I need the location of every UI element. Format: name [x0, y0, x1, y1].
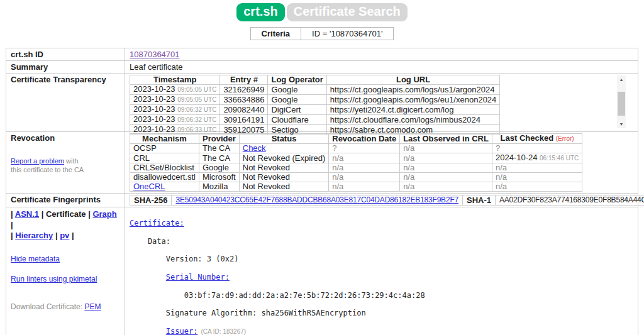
ct-log-row: 2023-10-23 09:05:05 UTC 321626949 Google…: [130, 85, 500, 95]
certificate-detail-table: crt.sh ID 10870364701 Summary Leaf certi…: [6, 48, 638, 335]
revocation-header-last-checked: Last Checked (Error): [492, 134, 582, 144]
scroll-up-icon[interactable]: ▲: [617, 75, 626, 84]
ct-timestamp: 2023-10-23 09:06:33 UTC: [130, 125, 220, 135]
ct-log-table: Timestamp Entry # Log Operator Log URL 2…: [130, 75, 500, 135]
status-cell: Check: [239, 144, 329, 153]
summary-label: Summary: [6, 61, 125, 74]
fingerprints-row: Certificate Fingerprints SHA-256 3E50943…: [6, 194, 638, 207]
last-observed-cell: n/a: [400, 173, 492, 182]
sha1-label: SHA-1: [463, 195, 496, 206]
crtsh-logo[interactable]: crt.sh: [236, 3, 284, 21]
mechanism-cell: CRLSet/Blocklist: [130, 163, 199, 173]
sha1-value: AA02DF30F823A774168309E0F8B584A44C4171FA: [496, 195, 644, 206]
last-checked-cell: ?: [492, 144, 582, 153]
last-checked-cell: n/a: [492, 173, 582, 182]
ct-log-operator: Google: [268, 85, 326, 95]
error-note: (Error): [556, 135, 574, 142]
ct-entry-number: 359120075: [220, 125, 268, 135]
revocation-date-cell: n/a: [329, 173, 400, 182]
revocation-row: Revocation Report a problem with this ce…: [6, 132, 638, 194]
cert-line: Serial Number:: [130, 273, 633, 282]
ct-log-row: 2023-10-23 09:06:33 UTC 359120075 Sectig…: [130, 125, 500, 135]
mechanism-cell: disallowedcert.stl: [130, 173, 199, 182]
sha256-link[interactable]: 3E50943A040423CC65E42F7688BADDCBB68A03E8…: [175, 195, 458, 204]
ct-timestamp: 2023-10-23 09:05:05 UTC: [130, 95, 220, 105]
ct-log-url: https://ct.googleapis.com/logs/eu1/xenon…: [326, 95, 500, 105]
last-observed-cell: n/a: [400, 163, 492, 173]
provider-cell: Google: [199, 163, 240, 173]
ct-log-url: https://ct.googleapis.com/logs/us1/argon…: [326, 85, 500, 95]
status-cell: Not Revoked: [239, 173, 329, 182]
revocation-entry-row: OCSP The CA Check ? n/a ?: [130, 144, 582, 153]
tab-pv[interactable]: pv: [60, 231, 69, 240]
tab-graph[interactable]: Graph: [92, 209, 116, 219]
download-pem-link[interactable]: PEM: [84, 302, 101, 311]
ct-entry-number: 336634886: [220, 95, 268, 105]
report-problem-text: Report a problem with this certificate t…: [11, 157, 120, 174]
revocation-date-cell: ?: [329, 144, 400, 153]
revocation-table: Mechanism Provider Status Revocation Dat…: [130, 133, 582, 192]
mechanism-cell: OneCRL: [130, 182, 199, 192]
tab-asn1[interactable]: ASN.1: [15, 209, 39, 219]
header: crt.shCertificate Search: [0, 0, 644, 21]
revocation-entry-row: CRLSet/Blocklist Google Not Revoked n/a …: [130, 163, 582, 173]
last-checked-cell: n/a: [492, 182, 582, 192]
last-checked-cell: 2024-10-24 06:15:46 UTC: [492, 153, 582, 163]
criteria-table: Criteria ID = '10870364701': [250, 27, 394, 40]
crtsh-id-link[interactable]: 10870364701: [130, 50, 180, 59]
cert-line: Signature Algorithm: sha256WithRSAEncryp…: [130, 309, 633, 317]
last-checked-cell: n/a: [492, 163, 582, 173]
revocation-date-cell: n/a: [329, 153, 400, 163]
revocation-label: Revocation: [11, 133, 120, 143]
certificate-text: Certificate: Data: Version: 3 (0x2) Seri…: [130, 209, 633, 335]
cert-line: Data:: [130, 237, 633, 246]
hide-metadata-link[interactable]: Hide metadata: [11, 255, 60, 263]
criteria-label: Criteria: [250, 28, 301, 40]
tab-hierarchy[interactable]: Hierarchy: [15, 231, 53, 240]
ct-scrollbar[interactable]: ▲ ▼: [617, 75, 626, 128]
last-observed-cell: n/a: [400, 153, 492, 163]
status-cell: Not Revoked (Expired): [239, 153, 329, 163]
serial-number-link[interactable]: Serial Number:: [166, 273, 230, 282]
ca-id-note: (CA ID: 183267): [201, 328, 246, 335]
ct-header-timestamp: Timestamp: [130, 75, 220, 85]
certificate-transparency-row: Certificate Transparency Timestamp Entry…: [6, 74, 638, 132]
report-problem-link[interactable]: Report a problem: [11, 157, 64, 165]
certificate-link[interactable]: Certificate:: [130, 219, 184, 228]
ct-log-url: https://ct.cloudflare.com/logs/nimbus202…: [326, 115, 500, 125]
provider-cell: The CA: [199, 144, 240, 153]
ct-header-entry: Entry #: [220, 75, 268, 85]
ct-header-operator: Log Operator: [268, 75, 326, 85]
summary-row: Summary Leaf certificate: [6, 61, 638, 74]
onecrl-link[interactable]: OneCRL: [133, 182, 165, 191]
issuer-link[interactable]: Issuer:: [166, 327, 198, 335]
provider-cell: The CA: [199, 153, 240, 163]
last-observed-cell: n/a: [400, 144, 492, 153]
run-linters-link[interactable]: Run linters using pkimetal: [11, 275, 97, 283]
summary-value: Leaf certificate: [125, 61, 638, 74]
crtsh-id-row: crt.sh ID 10870364701: [6, 48, 638, 61]
ct-log-url: https://yeti2024.ct.digicert.com/log: [326, 105, 500, 115]
certificate-transparency-label: Certificate Transparency: [6, 74, 125, 132]
revocation-date-cell: n/a: [329, 163, 400, 173]
fingerprints-table: SHA-256 3E50943A040423CC65E42F7688BADDCB…: [130, 195, 644, 206]
scroll-down-icon[interactable]: ▼: [617, 120, 626, 128]
ct-timestamp: 2023-10-23 09:06:32 UTC: [130, 115, 220, 125]
sha256-value: 3E50943A040423CC65E42F7688BADDCBB68A03E8…: [172, 195, 463, 206]
scrollbar-thumb[interactable]: [618, 92, 625, 116]
revocation-entry-row: CRL The CA Not Revoked (Expired) n/a n/a…: [130, 153, 582, 163]
provider-cell: Microsoft: [199, 173, 240, 182]
ct-header-url: Log URL: [326, 75, 500, 85]
view-nav-line2: | Hierarchy | pv |: [11, 230, 120, 241]
ct-log-list: Timestamp Entry # Log Operator Log URL 2…: [130, 75, 633, 130]
ct-log-operator: Google: [268, 95, 326, 105]
ct-log-row: 2023-10-23 09:06:32 UTC 309164191 Cloudf…: [130, 115, 500, 125]
status-cell: Not Revoked: [239, 163, 329, 173]
view-nav-line1: | ASN.1 | Certificate | Graph |: [11, 209, 120, 230]
ocsp-check-link[interactable]: Check: [243, 143, 266, 153]
ct-header-row: Timestamp Entry # Log Operator Log URL: [130, 75, 500, 85]
mechanism-cell: CRL: [130, 153, 199, 163]
ct-timestamp: 2023-10-23 09:06:32 UTC: [130, 105, 220, 115]
ct-log-row: 2023-10-23 09:05:05 UTC 336634886 Google…: [130, 95, 500, 105]
cert-line: 03:bf:7a:d9:ad:dd:2a:a2:7e:5b:72:2d:26:7…: [130, 291, 633, 300]
